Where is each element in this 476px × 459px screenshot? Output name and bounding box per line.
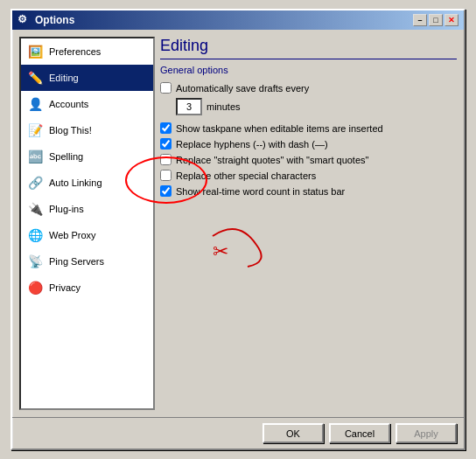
- sidebar-item-blog-this[interactable]: 📝 Blog This!: [21, 117, 153, 143]
- option-smart-quotes-row: Replace "straight quotes" with "smart qu…: [160, 154, 457, 165]
- window-icon: ⚙: [18, 13, 32, 27]
- sidebar-label-spelling: Spelling: [49, 151, 83, 162]
- svg-text:✂: ✂: [213, 240, 228, 262]
- smart-quotes-label: Replace "straight quotes" with "smart qu…: [176, 155, 368, 165]
- main-panel: Editing General options Automatically sa…: [160, 37, 457, 410]
- web-proxy-icon: 🌐: [26, 226, 44, 244]
- show-taskpane-label: Show taskpane when editable items are in…: [176, 123, 383, 134]
- title-bar: ⚙ Options – □ ✕: [12, 10, 464, 30]
- minutes-input[interactable]: [176, 98, 202, 115]
- sidebar-label-preferences: Preferences: [49, 46, 101, 57]
- sidebar-item-privacy[interactable]: 🔴 Privacy: [21, 275, 153, 301]
- annotation-drawing: ✂: [186, 210, 274, 280]
- options-dialog: ⚙ Options – □ ✕ 🖼️ Preferences ✏️ Editin…: [10, 9, 466, 450]
- maximize-button[interactable]: □: [429, 14, 443, 26]
- accounts-icon: 👤: [26, 95, 44, 113]
- option-taskpane-row: Show taskpane when editable items are in…: [160, 122, 457, 134]
- option-auto-save-row: Automatically save drafts every: [160, 82, 457, 94]
- special-chars-label: Replace other special characters: [176, 170, 316, 181]
- show-taskpane-checkbox[interactable]: [160, 122, 172, 134]
- sidebar-item-ping-servers[interactable]: 📡 Ping Servers: [21, 248, 153, 275]
- auto-save-checkbox[interactable]: [160, 82, 172, 94]
- sidebar-item-web-proxy[interactable]: 🌐 Web Proxy: [21, 222, 153, 248]
- option-hyphens-row: Replace hyphens (--) with dash (—): [160, 138, 457, 150]
- sidebar-label-web-proxy: Web Proxy: [49, 230, 96, 240]
- sidebar-item-spelling[interactable]: 🔤 Spelling: [21, 143, 153, 170]
- minutes-row: minutes: [176, 98, 457, 115]
- sidebar-item-accounts[interactable]: 👤 Accounts: [21, 91, 153, 117]
- title-bar-left: ⚙ Options: [18, 13, 74, 27]
- replace-hyphens-label: Replace hyphens (--) with dash (—): [176, 139, 328, 150]
- close-button[interactable]: ✕: [444, 14, 458, 26]
- title-bar-buttons: – □ ✕: [413, 14, 458, 26]
- special-chars-checkbox[interactable]: [160, 170, 172, 181]
- editing-icon: ✏️: [26, 69, 44, 87]
- replace-hyphens-checkbox[interactable]: [160, 138, 172, 150]
- minutes-label: minutes: [206, 101, 241, 112]
- preferences-icon: 🖼️: [26, 43, 44, 60]
- sidebar-label-accounts: Accounts: [49, 99, 88, 109]
- blog-this-icon: 📝: [26, 122, 44, 139]
- ok-button[interactable]: OK: [262, 423, 324, 443]
- smart-quotes-checkbox[interactable]: [160, 154, 172, 165]
- privacy-icon: 🔴: [26, 279, 44, 296]
- cancel-button[interactable]: Cancel: [329, 423, 390, 443]
- ping-servers-icon: 📡: [26, 253, 44, 270]
- annotation-area: ✂: [160, 201, 457, 410]
- plug-ins-icon: 🔌: [26, 200, 44, 218]
- sidebar-label-editing: Editing: [49, 73, 79, 83]
- sidebar-label-auto-linking: Auto Linking: [49, 177, 102, 188]
- section-label: General options: [160, 65, 457, 75]
- sidebar-label-ping-servers: Ping Servers: [49, 256, 104, 267]
- sidebar: 🖼️ Preferences ✏️ Editing 👤 Accounts 📝 B…: [19, 37, 155, 410]
- sidebar-item-auto-linking[interactable]: 🔗 Auto Linking: [21, 170, 153, 196]
- word-count-label: Show real-time word count in status bar: [176, 186, 345, 197]
- sidebar-label-plug-ins: Plug-ins: [49, 204, 84, 214]
- page-title: Editing: [160, 37, 457, 59]
- word-count-checkbox[interactable]: [160, 185, 172, 197]
- auto-linking-icon: 🔗: [26, 174, 44, 191]
- sidebar-item-plug-ins[interactable]: 🔌 Plug-ins: [21, 196, 153, 222]
- option-word-count-row: Show real-time word count in status bar: [160, 185, 457, 197]
- minimize-button[interactable]: –: [413, 14, 427, 26]
- window-title: Options: [35, 14, 74, 26]
- sidebar-item-editing[interactable]: ✏️ Editing: [21, 65, 153, 91]
- spelling-icon: 🔤: [26, 148, 44, 165]
- sidebar-item-preferences[interactable]: 🖼️ Preferences: [21, 38, 153, 65]
- sidebar-label-blog-this: Blog This!: [49, 125, 92, 136]
- sidebar-label-privacy: Privacy: [49, 282, 80, 293]
- apply-button[interactable]: Apply: [396, 423, 457, 443]
- option-special-chars-row: Replace other special characters: [160, 170, 457, 181]
- footer: OK Cancel Apply: [12, 417, 464, 449]
- auto-save-label: Automatically save drafts every: [176, 83, 309, 94]
- window-body: 🖼️ Preferences ✏️ Editing 👤 Accounts 📝 B…: [12, 30, 464, 417]
